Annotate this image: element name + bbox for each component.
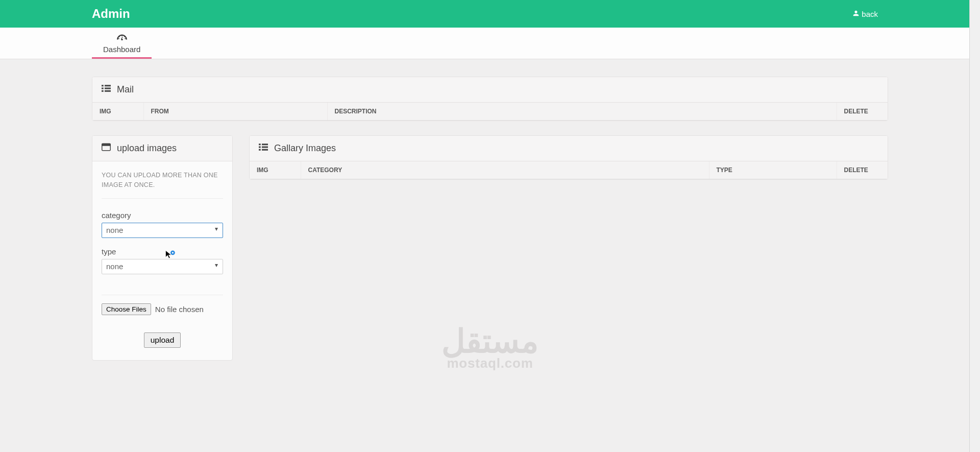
gallery-panel-title: Gallary Images bbox=[274, 143, 336, 154]
svg-rect-20 bbox=[262, 149, 268, 151]
svg-rect-8 bbox=[105, 85, 111, 86]
choose-files-button[interactable]: Choose Files bbox=[102, 303, 151, 315]
svg-rect-14 bbox=[102, 144, 111, 146]
topbar: Admin back bbox=[0, 0, 980, 28]
svg-rect-12 bbox=[105, 90, 111, 92]
svg-rect-7 bbox=[102, 85, 104, 86]
file-status-text: No file chosen bbox=[155, 305, 204, 314]
svg-rect-3 bbox=[125, 38, 126, 39]
upload-panel-header: upload images bbox=[92, 136, 232, 161]
mail-col-delete: DELETE bbox=[837, 103, 888, 121]
upload-panel: upload images YOU CAN UPLOAD MORE THAN O… bbox=[92, 135, 233, 361]
mail-panel: Mail IMG FROM DESCRIPTION DELETE bbox=[92, 77, 888, 121]
category-select[interactable]: none bbox=[102, 223, 223, 238]
navbar: Dashboard bbox=[0, 28, 980, 59]
svg-rect-15 bbox=[259, 144, 261, 145]
list-icon bbox=[102, 84, 111, 95]
svg-rect-19 bbox=[259, 149, 261, 151]
mail-col-img: IMG bbox=[92, 103, 143, 121]
mail-col-description: DESCRIPTION bbox=[327, 103, 837, 121]
mail-col-from: FROM bbox=[143, 103, 327, 121]
back-link[interactable]: back bbox=[852, 10, 878, 18]
gallery-table: IMG CATEGORY TYPE DELETE bbox=[250, 161, 888, 179]
upload-help-text: YOU CAN UPLOAD MORE THAN ONE IMAGE AT ON… bbox=[102, 171, 223, 199]
gallery-panel-header: Gallary Images bbox=[250, 136, 888, 161]
gallery-col-img: IMG bbox=[250, 161, 301, 179]
list-icon bbox=[259, 143, 268, 154]
category-label: category bbox=[102, 211, 223, 220]
back-label: back bbox=[862, 10, 878, 18]
svg-rect-2 bbox=[118, 38, 119, 39]
mail-panel-header: Mail bbox=[92, 77, 888, 103]
nav-dashboard-label: Dashboard bbox=[103, 45, 140, 54]
brand-title: Admin bbox=[92, 7, 130, 21]
svg-rect-11 bbox=[102, 90, 104, 92]
mail-table: IMG FROM DESCRIPTION DELETE bbox=[92, 103, 888, 121]
gallery-panel: Gallary Images IMG CATEGORY TYPE DELETE bbox=[249, 135, 888, 180]
svg-rect-1 bbox=[121, 35, 122, 36]
svg-rect-10 bbox=[105, 88, 111, 89]
nav-dashboard[interactable]: Dashboard bbox=[92, 28, 152, 59]
gallery-col-category: CATEGORY bbox=[301, 161, 709, 179]
svg-rect-17 bbox=[259, 147, 261, 148]
content-area: Mail IMG FROM DESCRIPTION DELETE bbox=[0, 59, 980, 381]
dashboard-icon bbox=[116, 33, 128, 43]
card-icon bbox=[102, 143, 111, 154]
svg-rect-9 bbox=[102, 88, 104, 89]
upload-button[interactable]: upload bbox=[144, 332, 181, 348]
mail-panel-title: Mail bbox=[117, 84, 134, 95]
upload-panel-title: upload images bbox=[117, 143, 177, 154]
gallery-col-delete: DELETE bbox=[837, 161, 888, 179]
gallery-col-type: TYPE bbox=[709, 161, 837, 179]
svg-rect-18 bbox=[262, 147, 268, 148]
user-icon bbox=[852, 10, 860, 18]
type-select[interactable]: none bbox=[102, 259, 223, 274]
svg-rect-16 bbox=[262, 144, 268, 145]
type-label: type bbox=[102, 247, 223, 256]
